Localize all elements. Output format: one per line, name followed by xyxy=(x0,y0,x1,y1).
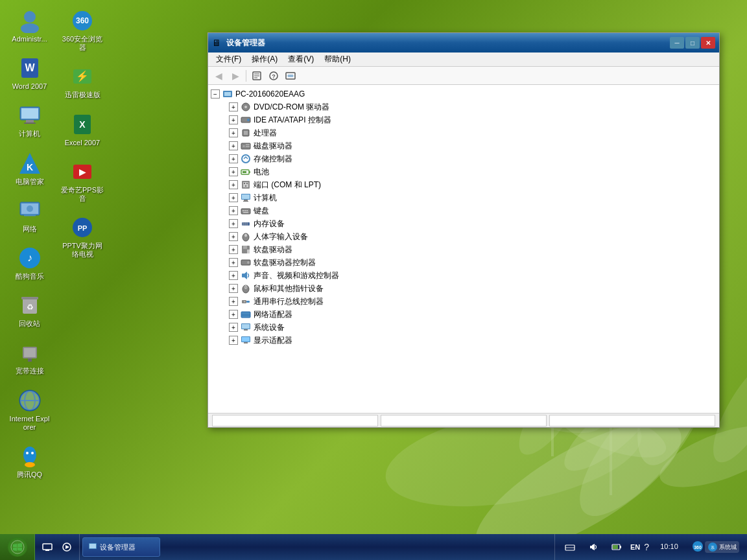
desktop-icons-area: Administr... W Word 2007 计算机 xyxy=(0,0,113,531)
svg-point-90 xyxy=(245,185,246,187)
tree-item-dvd[interactable]: + DVD/CD-ROM 驱动器 xyxy=(208,100,719,113)
toolbar-back[interactable]: ◀ xyxy=(211,69,226,83)
tree-icon-serial xyxy=(241,296,251,307)
tree-expand-floppy[interactable]: + xyxy=(229,245,238,254)
toolbar-help[interactable]: ? xyxy=(266,69,281,83)
maximize-button[interactable]: □ xyxy=(685,37,700,49)
tree-item-computer[interactable]: + 计算机 xyxy=(208,191,719,204)
tree-expand-floppy-ctrl[interactable]: + xyxy=(229,258,238,267)
tray-language[interactable]: EN xyxy=(630,543,640,551)
menu-file[interactable]: 文件(F) xyxy=(211,52,246,66)
tree-item-sound[interactable]: + 声音、视频和游戏控制器 xyxy=(208,269,719,282)
tree-expand-keyboard[interactable]: + xyxy=(229,206,238,215)
tree-root-expand[interactable]: − xyxy=(211,89,220,99)
tree-expand-ide[interactable]: + xyxy=(229,115,238,124)
svg-point-50 xyxy=(25,462,35,467)
taskbar-item-device-mgr[interactable]: 设备管理器 xyxy=(82,537,160,557)
desktop-icon-admin-label: Administr... xyxy=(12,35,47,43)
toolbar-scan[interactable] xyxy=(283,69,298,83)
tree-expand-processor[interactable]: + xyxy=(229,128,238,137)
menu-view[interactable]: 查看(V) xyxy=(283,52,319,66)
svg-rect-111 xyxy=(242,274,244,277)
tree-expand-battery[interactable]: + xyxy=(229,167,238,176)
tree-expand-memory[interactable]: + xyxy=(229,219,238,228)
tree-item-disk[interactable]: + 磁盘驱动器 xyxy=(208,139,719,152)
svg-rect-26 xyxy=(21,108,38,119)
desktop-icon-computer[interactable]: 计算机 xyxy=(5,100,54,141)
tree-label-mouse: 鼠标和其他指针设备 xyxy=(254,283,324,294)
desktop-icon-qq[interactable]: 腾讯QQ xyxy=(5,441,54,482)
tree-expand-storage[interactable]: + xyxy=(229,154,238,163)
tree-root-node[interactable]: − PC-20160620EAAG xyxy=(208,88,719,100)
tree-item-floppy-ctrl[interactable]: + 软盘驱动器控制器 xyxy=(208,256,719,269)
desktop-icon-network[interactable]: 网络 xyxy=(5,195,54,236)
tree-icon-hid xyxy=(241,231,251,242)
desktop-icon-word2007[interactable]: W Word 2007 xyxy=(5,52,54,93)
svg-text:♻: ♻ xyxy=(26,303,33,312)
menu-help[interactable]: 帮助(H) xyxy=(319,52,356,66)
tree-expand-disk[interactable]: + xyxy=(229,141,238,150)
tree-item-ide[interactable]: + IDE ATA/ATAPI 控制器 xyxy=(208,113,719,126)
window-titlebar[interactable]: 🖥 设备管理器 ─ □ ✕ xyxy=(208,33,719,52)
quick-media[interactable] xyxy=(57,538,77,556)
tree-item-memory[interactable]: + 内存设备 xyxy=(208,217,719,230)
minimize-button[interactable]: ─ xyxy=(670,37,684,49)
tray-network-icon[interactable] xyxy=(560,538,580,556)
tree-item-storage[interactable]: + 存储控制器 xyxy=(208,152,719,165)
toolbar-properties[interactable] xyxy=(249,69,265,83)
toolbar-forward[interactable]: ▶ xyxy=(228,69,243,83)
tree-expand-mouse[interactable]: + xyxy=(229,284,238,293)
desktop-icon-kugou[interactable]: ♪ 酷狗音乐 xyxy=(5,242,54,283)
tree-item-keyboard[interactable]: + 键盘 xyxy=(208,204,719,217)
desktop-icon-aiqiyi[interactable]: ▶ 爱奇艺PPS影音 xyxy=(58,156,107,205)
tree-expand-computer[interactable]: + xyxy=(229,193,238,202)
desktop-icon-excel2007[interactable]: X Excel 2007 xyxy=(58,109,107,150)
desktop-icon-kugou-label: 酷狗音乐 xyxy=(16,272,44,281)
svg-point-47 xyxy=(23,447,36,463)
svg-text:X: X xyxy=(79,119,86,130)
desktop-icon-360[interactable]: 360 360安全浏览器 xyxy=(58,5,107,54)
tree-expand-sound[interactable]: + xyxy=(229,271,238,280)
svg-point-89 xyxy=(246,183,248,184)
tree-expand-port[interactable]: + xyxy=(229,180,238,189)
tray-help-icon[interactable]: ? xyxy=(644,542,649,552)
tray-sound-icon[interactable] xyxy=(584,538,603,556)
tree-item-display[interactable]: + 显示适配器 xyxy=(208,334,719,347)
tree-item-network[interactable]: + 网络适配器 xyxy=(208,308,719,321)
tree-item-port[interactable]: + 端口 (COM 和 LPT) xyxy=(208,178,719,191)
status-pane-3 xyxy=(549,415,715,426)
svg-text:⚡: ⚡ xyxy=(76,70,89,82)
tree-item-mouse[interactable]: + 鼠标和其他指针设备 xyxy=(208,282,719,295)
tree-item-battery[interactable]: + 电池 xyxy=(208,165,719,178)
window-controls: ─ □ ✕ xyxy=(670,37,715,49)
tray-360-icon[interactable]: 360 xyxy=(692,541,704,554)
tree-expand-dvd[interactable]: + xyxy=(229,102,238,111)
tree-item-hid[interactable]: + 人体字输入设备 xyxy=(208,230,719,243)
device-tree: − PC-20160620EAAG + DVD/CD-RO xyxy=(208,85,719,349)
tree-expand-serial[interactable]: + xyxy=(229,297,238,306)
svg-rect-97 xyxy=(244,210,246,211)
tree-expand-network[interactable]: + xyxy=(229,310,238,319)
menu-action[interactable]: 操作(A) xyxy=(246,52,283,66)
desktop-icon-broadband[interactable]: 宽带连接 xyxy=(5,337,54,378)
desktop-icon-pptv[interactable]: PP PPTV聚力网络电视 xyxy=(58,212,107,261)
tree-item-serial[interactable]: + 通用串行总线控制器 xyxy=(208,295,719,308)
desktop-icon-ie[interactable]: Internet Explorer xyxy=(5,385,54,434)
clock-time: 10:10 xyxy=(653,542,685,552)
tree-item-processor[interactable]: + 处理器 xyxy=(208,126,719,139)
desktop-icon-recycle[interactable]: ♻ 回收站 xyxy=(5,290,54,331)
close-button[interactable]: ✕ xyxy=(701,37,715,49)
tree-expand-system[interactable]: + xyxy=(229,323,238,332)
desktop-icon-admin[interactable]: Administr... xyxy=(5,5,54,46)
tree-expand-hid[interactable]: + xyxy=(229,232,238,241)
tree-expand-display[interactable]: + xyxy=(229,336,238,345)
start-button[interactable] xyxy=(0,534,35,560)
desktop-icon-diannaoguan[interactable]: K 电脑管家 xyxy=(5,148,54,189)
quick-show-desktop[interactable] xyxy=(38,538,57,556)
taskbar-item-label: 设备管理器 xyxy=(100,542,136,552)
svg-rect-27 xyxy=(26,120,34,122)
tree-item-system[interactable]: + 系统设备 xyxy=(208,321,719,334)
tray-battery-icon[interactable] xyxy=(607,538,626,556)
desktop-icon-jijifox[interactable]: ⚡ 迅雷极速版 xyxy=(58,61,107,102)
tree-item-floppy[interactable]: + 软盘驱动器 xyxy=(208,243,719,256)
